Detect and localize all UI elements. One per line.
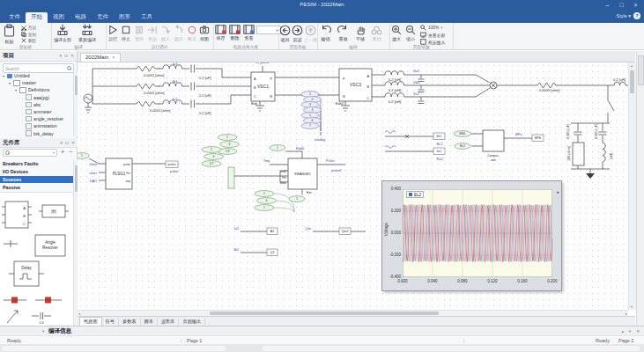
- folder-icon: [7, 74, 12, 78]
- library-remove-button[interactable]: −: [69, 149, 72, 155]
- menu-tab-elements[interactable]: 元件: [92, 12, 114, 23]
- close-icon[interactable]: ✕: [636, 329, 640, 334]
- output-panel-header[interactable]: ▾ 编译信息 ▴ ▾ ✕: [0, 326, 644, 335]
- menu-tab-home[interactable]: 开始: [26, 12, 48, 23]
- svg-text:|θ|: |θ|: [51, 209, 56, 214]
- pin-icon[interactable]: ⊡: [64, 54, 68, 58]
- run-button[interactable]: 运行: [107, 25, 118, 41]
- tree-item[interactable]: angle_resolver: [0, 115, 73, 122]
- menu-tab-tools[interactable]: 工具: [136, 12, 158, 23]
- scroll-down-icon: ▾: [631, 304, 633, 309]
- step-in-button[interactable]: 跳入: [160, 25, 171, 41]
- tree-item[interactable]: abc: [0, 101, 73, 108]
- menu-tab-circuit[interactable]: 电路: [70, 12, 92, 23]
- pause-button[interactable]: 暂停: [134, 25, 144, 41]
- library-category[interactable]: Sources: [0, 176, 78, 184]
- canvas-bottom-tab[interactable]: 符号: [102, 318, 119, 326]
- stop-button[interactable]: 停止: [121, 25, 131, 41]
- minimize-icon[interactable]: –: [602, 0, 613, 10]
- svg-text:0.2 [uH]: 0.2 [uH]: [389, 88, 401, 92]
- chevron-down-icon[interactable]: ▾: [60, 54, 62, 58]
- canvas-bottom-tab[interactable]: 波形库: [158, 318, 180, 326]
- breakpoint-button[interactable]: 断点: [187, 25, 197, 41]
- svg-text:Em: Em: [307, 191, 312, 194]
- nav-up-button[interactable]: 上一级: [304, 25, 317, 42]
- svg-text:4: 4: [213, 155, 215, 158]
- panel-up-icon[interactable]: ▴: [622, 329, 624, 334]
- menu-tab-graph[interactable]: 图形: [114, 12, 136, 23]
- help-icon[interactable]: ?: [633, 12, 640, 19]
- library-category[interactable]: Passive: [0, 183, 78, 191]
- close-icon[interactable]: ×: [112, 55, 115, 60]
- panel-down-icon[interactable]: ▾: [629, 329, 631, 334]
- search-icon: [67, 66, 71, 70]
- svg-text:0.2 [uF]: 0.2 [uF]: [199, 111, 211, 115]
- tree-item[interactable]: aaa(pg): [0, 94, 73, 101]
- maximize-icon[interactable]: □: [616, 0, 627, 10]
- redo-button[interactable]: 重做: [337, 25, 349, 41]
- menu-tab-view[interactable]: 视图: [48, 12, 70, 23]
- library-add-button[interactable]: +: [61, 149, 64, 155]
- paste-button[interactable]: 粘贴: [3, 24, 16, 44]
- undo-button[interactable]: 撤销: [320, 25, 331, 41]
- library-category[interactable]: Breakers Faults: [0, 160, 78, 168]
- nav-back-button[interactable]: 返回: [279, 25, 291, 42]
- library-preview[interactable]: A B C |θ| Angle Resolver Delay 1.0: [0, 192, 73, 326]
- scheme-view-button[interactable]: 查看: [243, 25, 255, 40]
- tree-item[interactable]: animstation: [0, 122, 73, 129]
- tree-item[interactable]: ▾Definitions: [0, 86, 73, 93]
- zoom-in-button[interactable]: 放大: [391, 25, 402, 41]
- zoom-out-button[interactable]: 缩小: [405, 25, 416, 41]
- nav-forward-button[interactable]: 前进: [292, 25, 303, 42]
- vertical-scrollbar[interactable]: ▴ ▾: [628, 62, 636, 310]
- step-out-button[interactable]: 跳出: [174, 25, 184, 41]
- chevron-down-icon[interactable]: ▾: [42, 329, 44, 334]
- snapshot-button[interactable]: 抓图: [199, 25, 210, 41]
- library-search-input[interactable]: ▾: [3, 149, 57, 157]
- tree-item[interactable]: ammeter: [0, 108, 73, 115]
- scheme-save-button[interactable]: 保存: [215, 25, 226, 40]
- tree-item[interactable]: brk_delay: [0, 130, 73, 137]
- copy-button[interactable]: 复制: [21, 31, 36, 37]
- scheme-combo[interactable]: ▾: [256, 26, 281, 34]
- zoom-level-combo[interactable]: 100%▾: [420, 25, 445, 32]
- fit-all-button[interactable]: 查看全部: [420, 32, 445, 39]
- chevron-down-icon[interactable]: ▾: [61, 141, 63, 145]
- svg-text:1: 1: [263, 192, 265, 195]
- svg-text:IaC: IaC: [437, 150, 442, 153]
- collapsed-panel-tab[interactable]: [638, 55, 644, 85]
- recompile-button[interactable]: 重新编译: [78, 24, 96, 42]
- svg-text:in_pulse: in_pulse: [256, 62, 270, 64]
- svg-text:[uH]: [uH]: [610, 153, 613, 159]
- x-tick-label: 0.080: [454, 279, 471, 283]
- close-icon[interactable]: ×: [630, 0, 641, 10]
- scheme-delete-button[interactable]: 删除: [229, 25, 241, 40]
- ribbon-tab-bar: 文件 开始 视图 电路 元件 图形 工具: [0, 11, 644, 23]
- canvas-bottom-tab[interactable]: 参数表: [119, 318, 141, 326]
- tree-item[interactable]: ▾Untitled: [0, 72, 73, 79]
- zoom-in-icon: [391, 25, 402, 35]
- library-category[interactable]: I/O Devices: [0, 168, 78, 176]
- pin-icon[interactable]: ⊡: [65, 141, 69, 145]
- svg-text:0.0001 [ohm]: 0.0001 [ohm]: [144, 91, 164, 95]
- document-tab[interactable]: 2022Main×: [80, 53, 121, 62]
- cut-button[interactable]: 剪切: [21, 25, 36, 31]
- canvas-bottom-tab[interactable]: 脚本: [141, 318, 158, 326]
- menu-tab-file[interactable]: 文件: [4, 12, 26, 23]
- find-button[interactable]: 查找: [371, 25, 382, 41]
- style-dropdown[interactable]: Style ▾: [616, 13, 631, 18]
- x-tick-label: 0.000: [394, 279, 411, 283]
- x-tick-label: 0.040: [424, 279, 441, 283]
- scope-legend[interactable]: EL2: [406, 191, 424, 198]
- pan-button[interactable]: 平移: [355, 25, 366, 41]
- close-icon[interactable]: ✕: [71, 141, 75, 145]
- load-resistor-icon: [573, 143, 584, 165]
- scope-window[interactable]: Voltage EL2 ◂ 0.4000.2000.000-0.200-0.40…: [381, 180, 562, 291]
- compile-all-button[interactable]: 编译全部: [54, 24, 71, 42]
- close-icon[interactable]: ✕: [70, 54, 74, 58]
- step-button[interactable]: 单步: [147, 25, 158, 41]
- canvas-bottom-tab[interactable]: 页面输出: [179, 318, 205, 326]
- tree-item[interactable]: ▾master: [0, 79, 73, 86]
- scope-nav-arrow-icon[interactable]: ◂: [556, 189, 559, 194]
- chevron-down-icon[interactable]: ▾: [53, 150, 55, 155]
